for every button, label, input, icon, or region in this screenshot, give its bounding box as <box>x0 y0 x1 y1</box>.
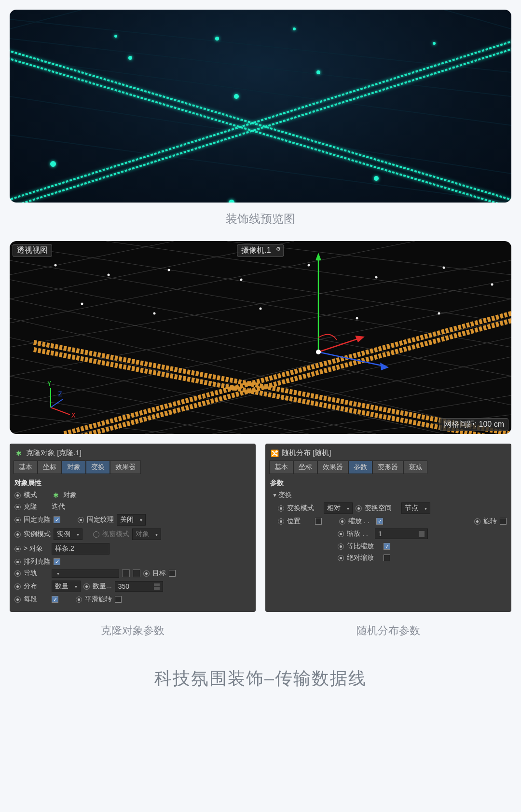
tab-object[interactable]: 对象 <box>62 460 86 474</box>
tab-coord[interactable]: 坐标 <box>38 460 62 474</box>
scale-check[interactable] <box>376 518 383 525</box>
rail-picker-icon[interactable] <box>122 569 130 577</box>
fixed-clone-radio[interactable] <box>14 517 21 523</box>
view-mode-radio <box>93 531 99 538</box>
tmode-radio[interactable] <box>278 505 284 512</box>
array-clone-radio[interactable] <box>14 559 21 565</box>
svg-line-60 <box>63 313 511 434</box>
rtab-effector[interactable]: 效果器 <box>317 460 348 474</box>
viewport[interactable]: Y X Z 透视视图 摄像机.1 ⚙ 网格间距: 100 cm <box>10 241 511 434</box>
tab-effector[interactable]: 效果器 <box>110 460 141 474</box>
svg-point-51 <box>443 267 445 269</box>
svg-point-50 <box>375 276 378 279</box>
svg-line-2 <box>10 96 511 174</box>
rtab-falloff[interactable]: 衰减 <box>403 460 427 474</box>
svg-text:X: X <box>71 411 76 419</box>
svg-point-20 <box>433 42 436 45</box>
svg-text:Z: Z <box>58 390 62 398</box>
target-check[interactable] <box>169 570 176 577</box>
tspace-dropdown[interactable]: 节点 <box>401 502 430 514</box>
array-clone-check[interactable] <box>54 558 60 565</box>
svg-line-9 <box>10 39 511 203</box>
mode-icon: ✱ <box>52 491 60 500</box>
random-subsection[interactable]: ▾ 变换 <box>269 489 507 501</box>
viewport-svg: Y X Z <box>10 241 511 434</box>
object-radio[interactable] <box>14 546 21 552</box>
distribute-dropdown[interactable]: 数量 <box>52 581 81 592</box>
rtab-deformer[interactable]: 变形器 <box>372 460 403 474</box>
fixed-clone-check[interactable] <box>54 516 60 523</box>
scale2-radio[interactable] <box>338 531 344 537</box>
random-caption: 随机分布参数 <box>265 612 511 643</box>
rotate-label: 旋转 <box>483 517 497 526</box>
uniform-scale-check[interactable] <box>384 543 390 550</box>
random-tabs: 基本 坐标 效果器 参数 变形器 衰减 <box>269 460 507 474</box>
count-field[interactable]: 350 <box>115 581 163 592</box>
uniform-scale-radio[interactable] <box>338 543 344 550</box>
clone-panel: ✱ 克隆对象 [克隆.1] 基本 坐标 对象 变换 效果器 对象属性 模式 ✱ … <box>10 444 256 612</box>
rotate-check[interactable] <box>500 518 507 525</box>
svg-line-42 <box>10 241 415 323</box>
clone-tabs: 基本 坐标 对象 变换 效果器 <box>14 460 252 474</box>
svg-point-14 <box>293 27 296 30</box>
clone-caption: 克隆对象参数 <box>10 612 256 643</box>
svg-point-53 <box>81 303 83 305</box>
rotate-radio[interactable] <box>474 518 480 525</box>
tab-transform[interactable]: 变换 <box>86 460 110 474</box>
clone-value[interactable]: 迭代 <box>52 502 65 511</box>
array-clone-label: 排列克隆 <box>24 557 51 566</box>
tspace-radio[interactable] <box>356 505 362 512</box>
tmode-dropdown[interactable]: 相对 <box>324 502 353 514</box>
rail-field[interactable] <box>52 569 119 578</box>
uniform-scale-label: 等比缩放 <box>347 542 381 551</box>
camera-settings-icon[interactable]: ⚙ <box>276 246 281 252</box>
svg-line-71 <box>51 407 70 415</box>
svg-point-17 <box>374 176 379 181</box>
fixed-texture-radio[interactable] <box>78 517 84 523</box>
mode-value[interactable]: 对象 <box>63 491 77 500</box>
absolute-scale-check[interactable] <box>384 555 390 561</box>
viewport-view-label[interactable]: 透视视图 <box>13 244 52 257</box>
instance-mode-radio[interactable] <box>14 531 21 538</box>
scale-label: 缩放 . . <box>348 517 373 526</box>
instance-mode-dropdown[interactable]: 实例 <box>54 528 82 540</box>
absolute-scale-label: 绝对缩放 <box>347 554 381 562</box>
tab-basic[interactable]: 基本 <box>14 460 38 474</box>
object-field[interactable]: 样条.2 <box>52 543 110 555</box>
clone-panel-title: ✱ 克隆对象 [克隆.1] <box>14 447 252 460</box>
smooth-rotate-radio[interactable] <box>76 596 82 603</box>
rail-radio[interactable] <box>14 570 21 577</box>
position-radio[interactable] <box>278 518 284 525</box>
distribute-label: 分布 <box>24 582 49 591</box>
property-panels: ✱ 克隆对象 [克隆.1] 基本 坐标 对象 变换 效果器 对象属性 模式 ✱ … <box>10 444 511 612</box>
mode-radio[interactable] <box>14 492 21 499</box>
scale2-field[interactable]: 1 <box>375 528 428 539</box>
svg-point-47 <box>168 269 170 271</box>
count-radio[interactable] <box>83 583 90 590</box>
scale2-spinner[interactable] <box>419 531 425 537</box>
clone-radio[interactable] <box>14 504 21 510</box>
svg-point-52 <box>491 284 494 286</box>
svg-point-11 <box>50 161 56 167</box>
rail-clear-icon[interactable] <box>133 569 140 577</box>
preview-svg <box>10 10 511 203</box>
target-label: 目标 <box>152 569 166 578</box>
smooth-rotate-check[interactable] <box>115 596 122 603</box>
perseg-radio[interactable] <box>14 596 21 603</box>
fixed-texture-label: 固定纹理 <box>87 515 114 524</box>
rtab-params[interactable]: 参数 <box>348 460 372 474</box>
view-mode-label: 视窗模式 <box>102 530 129 539</box>
count-spinner[interactable] <box>154 583 160 590</box>
position-check[interactable] <box>315 518 322 525</box>
fixed-texture-dropdown[interactable]: 关闭 <box>117 514 146 526</box>
viewport-camera-label[interactable]: 摄像机.1 ⚙ <box>237 244 284 257</box>
scale-radio[interactable] <box>339 518 345 525</box>
rtab-coord[interactable]: 坐标 <box>293 460 317 474</box>
distribute-radio[interactable] <box>14 583 21 590</box>
target-radio[interactable] <box>143 570 150 577</box>
shuffle-icon: 🔀 <box>270 449 279 458</box>
absolute-scale-radio[interactable] <box>338 555 344 561</box>
smooth-rotate-label: 平滑旋转 <box>85 595 112 604</box>
perseg-check[interactable] <box>52 596 58 603</box>
rtab-basic[interactable]: 基本 <box>269 460 293 474</box>
